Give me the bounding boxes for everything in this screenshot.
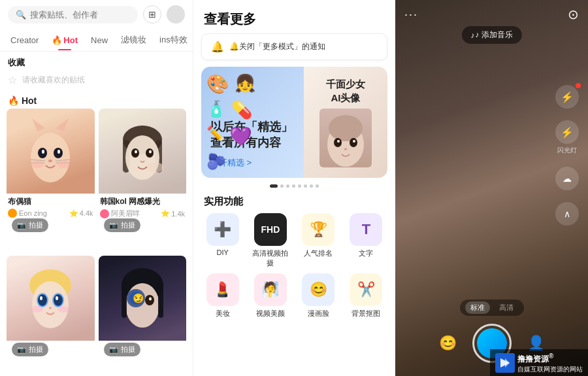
timer-button[interactable]: ☁	[555, 167, 579, 190]
dot-2	[280, 184, 284, 188]
camera-icon-2: 📷	[109, 221, 118, 230]
tab-new[interactable]: New	[86, 30, 113, 50]
banner-carousel[interactable]: 🎨 👧 🧴 💊 ✏️ 💜 🫐 以后在「精选」查看所有内容 打开精选 > 千面少女…	[201, 67, 387, 178]
camera-flip-icon[interactable]: ⊙	[568, 7, 579, 22]
sticker-item-2[interactable]: 📷 拍摄 韩国kol 网感爆光 阿美眉咩 ⭐ 1.4k	[99, 109, 187, 252]
more-options-icon[interactable]: ···	[404, 8, 418, 22]
tool-timer: ☁	[555, 167, 579, 190]
tab-hot[interactable]: 🔥 Hot	[46, 30, 83, 50]
svg-point-33	[31, 306, 43, 313]
dot-5	[298, 184, 301, 188]
sticker-image-3	[7, 256, 95, 341]
favorites-label: 收藏	[0, 52, 193, 71]
watermark-text: 撸撸资源® 自媒互联网资源的网站	[517, 352, 583, 373]
makeup-icon: 💄	[206, 273, 239, 306]
hot-section-label: 🔥 Hot	[0, 92, 193, 109]
sticker-author-2: 阿美眉咩	[100, 209, 140, 218]
svg-point-21	[135, 150, 137, 154]
banner-right-title: 千面少女AI头像	[326, 77, 365, 105]
fire-icon: 🔥	[52, 35, 62, 45]
svg-point-48	[337, 140, 340, 143]
qr-icon[interactable]: ⊞	[143, 5, 161, 24]
svg-point-46	[334, 138, 342, 147]
photo-btn-4[interactable]: 📷 拍摄	[104, 343, 140, 356]
svg-point-49	[353, 140, 355, 143]
favorites-hint: 请收藏喜欢的贴纸	[22, 75, 85, 86]
carousel-dots	[193, 184, 395, 188]
svg-point-25	[32, 281, 69, 328]
right-top-bar: ··· ⊙	[395, 0, 588, 29]
svg-point-30	[40, 296, 42, 300]
tool-notification-dot	[576, 83, 581, 88]
svg-point-28	[38, 294, 47, 306]
func-cartoon[interactable]: 😊 漫画脸	[297, 273, 340, 318]
search-bar: 🔍 ⊞	[0, 0, 193, 29]
search-input[interactable]	[30, 10, 130, 20]
camera-icon-4: 📷	[109, 345, 118, 354]
ranking-label: 人气排名	[304, 248, 333, 258]
right-panel: ··· ⊙ ♪ ♪ 添加音乐 ⚡ ⚡ 闪光灯 ☁ ∧	[395, 0, 588, 376]
svg-point-41	[149, 297, 152, 300]
dot-7	[310, 184, 313, 188]
add-music-button[interactable]: ♪ ♪ 添加音乐	[461, 26, 521, 44]
func-diy[interactable]: ➕ DIY	[201, 213, 244, 268]
svg-point-18	[125, 135, 159, 180]
svg-marker-1	[56, 118, 69, 131]
lightning-button[interactable]: ⚡	[555, 85, 579, 109]
svg-marker-0	[32, 118, 45, 131]
svg-point-34	[57, 306, 69, 313]
makeup-label: 美妆	[216, 309, 230, 318]
photo-btn-1[interactable]: 📷 拍摄	[12, 218, 48, 232]
emoji-button[interactable]: 😊	[439, 335, 457, 352]
tab-filter[interactable]: 滤镜妆	[116, 29, 152, 51]
quality-hd[interactable]: 高清	[494, 301, 519, 314]
func-makeup[interactable]: 💄 美妆	[201, 273, 244, 318]
tab-creator[interactable]: Creator	[5, 30, 44, 50]
dot-4	[292, 184, 295, 188]
func-hd-video[interactable]: FHD 高清视频拍摄	[249, 213, 291, 268]
hd-video-icon: FHD	[254, 213, 287, 246]
star-filled-1: ⭐	[69, 209, 78, 218]
beauty-icon: 🧖	[254, 273, 287, 306]
func-ranking[interactable]: 🏆 人气排名	[297, 213, 340, 268]
camera-icon-3: 📷	[17, 345, 26, 354]
tool-lightning: ⚡	[555, 85, 579, 109]
cartoon-icon: 😊	[302, 273, 335, 306]
svg-point-31	[56, 296, 58, 300]
camera-icon-1: 📷	[17, 221, 26, 230]
expand-button[interactable]: ∧	[555, 202, 579, 226]
author-avatar-1	[8, 209, 17, 218]
functions-grid: ➕ DIY FHD 高清视频拍摄 🏆 人气排名 T 文字 💄	[193, 213, 395, 318]
dot-1	[270, 184, 278, 188]
func-bg-remove[interactable]: ✂️ 背景抠图	[345, 273, 387, 318]
author-avatar-2	[100, 209, 109, 218]
ranking-icon: 🏆	[302, 213, 335, 246]
left-panel: 🔍 ⊞ Creator 🔥 Hot New 滤镜妆 ins特效 收藏 ☆ 请收藏…	[0, 0, 193, 376]
svg-rect-42	[122, 282, 127, 318]
flash-button[interactable]: ⚡	[555, 120, 579, 144]
sticker-item-4[interactable]: 😏 📷 拍摄	[99, 256, 187, 377]
notification-banner[interactable]: 🔔 🔔关闭「更多模式」的通知	[201, 33, 387, 60]
func-beauty[interactable]: 🧖 视频美颜	[249, 273, 291, 318]
quality-standard[interactable]: 标准	[465, 301, 490, 314]
flash-label: 闪光灯	[557, 146, 577, 155]
text-icon: T	[350, 213, 382, 246]
right-tools: ⚡ ⚡ 闪光灯 ☁ ∧	[555, 85, 579, 226]
photo-btn-3[interactable]: 📷 拍摄	[12, 343, 48, 356]
func-text[interactable]: T 文字	[345, 213, 387, 268]
diy-icon: ➕	[206, 213, 239, 246]
watermark-logo	[495, 353, 515, 373]
notification-icon: 🔔	[211, 41, 224, 53]
cartoon-label: 漫画脸	[308, 309, 329, 318]
search-input-wrap[interactable]: 🔍	[8, 6, 138, 24]
functions-label: 实用功能	[193, 193, 395, 213]
tab-ins[interactable]: ins特效	[154, 29, 193, 51]
beauty-label: 视频美颜	[256, 309, 285, 318]
svg-point-47	[350, 138, 357, 147]
sticker-item-3[interactable]: 📷 拍摄	[7, 256, 95, 377]
favorites-placeholder: ☆ 请收藏喜欢的贴纸	[0, 71, 193, 92]
sticker-item-1[interactable]: 📷 拍摄 布偶猫 Eon zing ⭐ 4.4k	[7, 109, 95, 252]
svg-point-29	[54, 294, 63, 306]
avatar-icon[interactable]	[167, 5, 185, 24]
photo-btn-2[interactable]: 📷 拍摄	[104, 218, 140, 232]
